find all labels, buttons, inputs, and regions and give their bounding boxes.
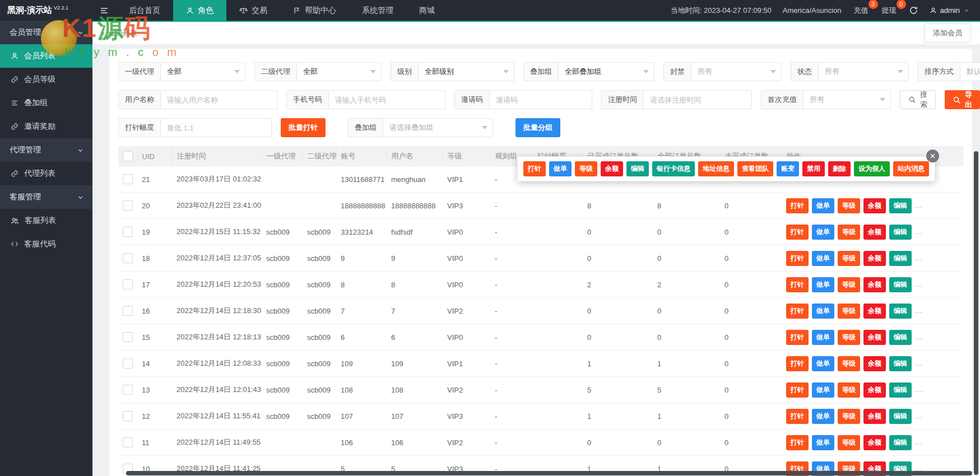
- export-button[interactable]: 导 出: [945, 90, 980, 109]
- sidebar-group-agent-management[interactable]: 代理管理: [0, 138, 92, 162]
- more-actions[interactable]: ...: [915, 385, 923, 394]
- action-inject-button[interactable]: 打针: [786, 225, 809, 240]
- batch-group-button[interactable]: 批量分组: [515, 118, 560, 137]
- row-checkbox[interactable]: [123, 437, 133, 447]
- action-make-order-button[interactable]: 做单: [812, 435, 834, 450]
- sidebar-item-overlay-group[interactable]: 叠加组: [0, 91, 92, 115]
- popup-action-disable-button[interactable]: 禁用: [802, 161, 825, 176]
- action-inject-button[interactable]: 打针: [786, 304, 809, 319]
- overlay-group-select[interactable]: 全部叠加组: [559, 63, 654, 81]
- popup-action-site-message-button[interactable]: 站内消息: [893, 161, 929, 176]
- nav-item-mall[interactable]: 商城: [406, 0, 448, 21]
- ban-select[interactable]: 所有: [691, 63, 781, 81]
- select-all-checkbox[interactable]: [123, 151, 133, 161]
- vertical-scrollbar[interactable]: [974, 151, 978, 475]
- more-actions[interactable]: ...: [915, 227, 923, 236]
- popup-action-level-button[interactable]: 等级: [575, 161, 597, 176]
- sidebar-item-agent-list[interactable]: 代理列表: [0, 162, 92, 185]
- action-inject-button[interactable]: 打针: [786, 277, 809, 292]
- action-make-order-button[interactable]: 做单: [812, 356, 834, 371]
- action-make-order-button[interactable]: 做单: [812, 304, 834, 319]
- action-balance-button[interactable]: 余额: [863, 304, 886, 319]
- nav-item-trade[interactable]: 交易: [226, 0, 280, 21]
- action-level-button[interactable]: 等级: [838, 382, 860, 398]
- row-checkbox[interactable]: [123, 174, 133, 184]
- user-menu[interactable]: admin: [930, 6, 970, 15]
- batch-overlay-group-select[interactable]: 请选择叠加组: [383, 119, 493, 137]
- row-checkbox[interactable]: [123, 411, 133, 421]
- sidebar-item-member-level[interactable]: 会员等级: [0, 68, 92, 91]
- action-make-order-button[interactable]: 做单: [812, 277, 834, 292]
- nav-item-system[interactable]: 系统管理: [349, 0, 406, 21]
- action-level-button[interactable]: 等级: [838, 225, 860, 240]
- register-time-input[interactable]: [644, 91, 751, 109]
- row-checkbox[interactable]: [123, 385, 133, 395]
- action-inject-button[interactable]: 打针: [786, 198, 809, 213]
- action-balance-button[interactable]: 余额: [863, 382, 886, 398]
- batch-inject-button[interactable]: 批量打针: [281, 118, 326, 137]
- action-make-order-button[interactable]: 做单: [812, 409, 834, 424]
- action-inject-button[interactable]: 打针: [786, 409, 809, 424]
- popup-action-bank-card-button[interactable]: 银行卡信息: [652, 161, 695, 176]
- status-select[interactable]: 所有: [819, 63, 908, 81]
- action-level-button[interactable]: 等级: [838, 356, 860, 371]
- horizontal-scrollbar[interactable]: [126, 471, 972, 475]
- row-checkbox[interactable]: [123, 358, 133, 368]
- action-balance-button[interactable]: 余额: [863, 435, 886, 450]
- sidebar-item-member-list[interactable]: 会员列表: [0, 44, 92, 68]
- action-level-button[interactable]: 等级: [838, 330, 860, 345]
- sidebar-group-member-management[interactable]: 会员管理: [0, 21, 92, 44]
- row-checkbox[interactable]: [123, 227, 133, 237]
- more-actions[interactable]: ...: [915, 333, 923, 341]
- recharge-link[interactable]: 充值 3: [853, 6, 870, 16]
- action-balance-button[interactable]: 余额: [863, 277, 886, 292]
- nav-item-roles[interactable]: 角色: [173, 0, 226, 21]
- action-level-button[interactable]: 等级: [838, 251, 860, 266]
- nav-item-help-center[interactable]: 帮助中心: [280, 0, 349, 21]
- action-inject-button[interactable]: 打针: [786, 435, 809, 450]
- hamburger-menu-icon[interactable]: [92, 0, 116, 21]
- action-edit-button[interactable]: 编辑: [889, 356, 912, 371]
- action-make-order-button[interactable]: 做单: [812, 330, 834, 345]
- action-balance-button[interactable]: 余额: [863, 356, 886, 371]
- level2-agent-select[interactable]: 全部: [297, 63, 381, 81]
- more-actions[interactable]: ...: [915, 438, 923, 446]
- sidebar-item-service-list[interactable]: 客服列表: [0, 209, 92, 232]
- more-actions[interactable]: ...: [915, 306, 923, 315]
- action-edit-button[interactable]: 编辑: [889, 330, 912, 345]
- action-make-order-button[interactable]: 做单: [812, 225, 834, 240]
- invite-code-input[interactable]: [490, 91, 592, 109]
- action-level-button[interactable]: 等级: [838, 277, 860, 292]
- action-edit-button[interactable]: 编辑: [889, 225, 912, 240]
- level1-agent-select[interactable]: 全部: [161, 63, 245, 81]
- action-edit-button[interactable]: 编辑: [889, 409, 912, 424]
- sidebar-group-service-management[interactable]: 客服管理: [0, 185, 92, 209]
- row-checkbox[interactable]: [123, 279, 133, 290]
- action-edit-button[interactable]: 编辑: [889, 304, 912, 319]
- action-edit-button[interactable]: 编辑: [889, 251, 912, 266]
- action-inject-button[interactable]: 打针: [786, 382, 809, 398]
- popup-action-balance-button[interactable]: 余额: [601, 161, 623, 176]
- popup-action-view-team-button[interactable]: 查看团队: [737, 161, 773, 176]
- action-inject-button[interactable]: 打针: [786, 251, 809, 266]
- action-make-order-button[interactable]: 做单: [812, 382, 834, 398]
- action-balance-button[interactable]: 余额: [863, 225, 886, 240]
- sort-select[interactable]: 默认排序: [960, 63, 980, 81]
- action-level-button[interactable]: 等级: [838, 198, 860, 213]
- first-recharge-select[interactable]: 所有: [803, 91, 890, 109]
- search-button[interactable]: 搜 索: [900, 90, 936, 109]
- phone-input[interactable]: [329, 91, 445, 109]
- action-balance-button[interactable]: 余额: [863, 198, 886, 213]
- sidebar-item-service-code[interactable]: 客服代码: [0, 232, 92, 256]
- action-balance-button[interactable]: 余额: [863, 251, 886, 266]
- row-checkbox[interactable]: [123, 253, 133, 263]
- action-make-order-button[interactable]: 做单: [812, 198, 834, 213]
- close-icon[interactable]: [926, 150, 939, 162]
- more-actions[interactable]: ...: [915, 280, 923, 288]
- action-edit-button[interactable]: 编辑: [889, 382, 912, 398]
- popup-action-set-fake-button[interactable]: 设为假人: [854, 161, 890, 176]
- more-actions[interactable]: ...: [915, 201, 923, 209]
- row-checkbox[interactable]: [123, 200, 133, 211]
- popup-action-make-order-button[interactable]: 做单: [549, 161, 572, 176]
- more-actions[interactable]: ...: [915, 359, 923, 367]
